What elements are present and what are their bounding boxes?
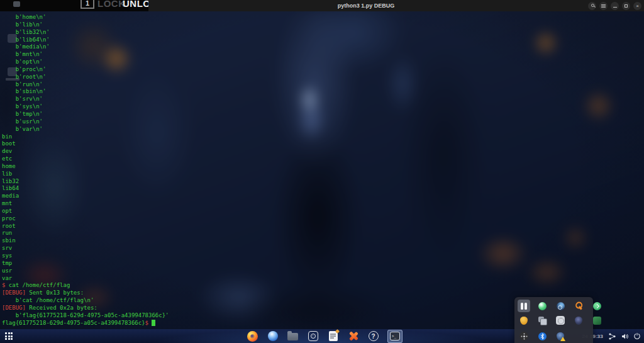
tray-security-shield-icon[interactable]	[554, 330, 567, 342]
firefox-icon	[247, 331, 258, 342]
terminal-line: b'lib64\n'	[2, 37, 169, 44]
restore-icon	[625, 4, 628, 8]
orange-x-icon	[348, 331, 358, 341]
background-window-fragment: 1 LOCK UNLOCK	[0, 0, 148, 11]
terminal-line: proc	[2, 215, 169, 223]
tray-green-orb-app-icon[interactable]	[536, 300, 548, 312]
terminal-icon: >_	[390, 332, 400, 340]
minimize-icon	[613, 7, 617, 8]
terminal-line: b'sys\n'	[2, 103, 169, 111]
terminal-line: media	[2, 193, 169, 200]
terminal-line: home	[2, 163, 169, 171]
terminal-line: b'tmp\n'	[2, 111, 169, 118]
taskbar-web-browser[interactable]	[267, 330, 279, 342]
software-center-icon	[308, 331, 318, 341]
tray-gold-shield-app-icon[interactable]	[518, 314, 530, 327]
close-icon: ×	[636, 3, 639, 9]
terminal-line: lib	[2, 171, 169, 178]
terminal-line: lib64	[2, 185, 169, 193]
tray-key-app-icon[interactable]	[572, 300, 585, 312]
power-icon	[634, 333, 640, 339]
terminal-line: var	[2, 275, 169, 283]
power-tray-button[interactable]	[633, 332, 641, 340]
dark-shield-icon	[575, 317, 582, 325]
hamburger-icon	[601, 4, 606, 8]
green-arrow-icon	[593, 302, 601, 310]
terminal-line: b'lib\n'	[2, 21, 169, 29]
tray-green-arrow-app-icon[interactable]	[591, 300, 603, 312]
terminal-line: tmp	[2, 260, 169, 267]
terminal-line: sys	[2, 252, 169, 260]
taskbar-proxy-app[interactable]	[347, 330, 359, 342]
terminal-line: b'opt\n'	[2, 59, 169, 66]
terminal-line: b'flag{61775218-629d-4975-a05c-a43994783…	[2, 312, 169, 320]
tray-popup-panel	[514, 297, 593, 343]
terminal-output: b'home\n' b'lib\n' b'lib32\n' b'lib64\n'…	[2, 14, 169, 327]
text-editor-icon	[329, 331, 338, 341]
tray-fan-app-icon[interactable]	[518, 330, 530, 342]
terminal-line: b'proc\n'	[2, 66, 169, 74]
tray-dark-shield-app-icon[interactable]	[572, 314, 585, 327]
terminal-line: etc	[2, 155, 169, 163]
search-button[interactable]	[588, 2, 596, 10]
terminal-line: b'mnt\n'	[2, 51, 169, 59]
tray-bluetooth-icon[interactable]	[536, 330, 548, 342]
terminal-line: boot	[2, 140, 169, 148]
clipboard-stack-icon	[538, 317, 546, 324]
fan-icon	[519, 332, 528, 340]
browser-orb-icon	[268, 331, 278, 341]
terminal-line: run	[2, 230, 169, 237]
taskbar-firefox[interactable]	[247, 330, 258, 342]
minimize-button[interactable]	[611, 2, 619, 10]
terminal-line: b'run\n'	[2, 81, 169, 89]
maximize-button[interactable]	[622, 2, 630, 10]
tray-steam-app-icon[interactable]	[554, 300, 567, 312]
tray-clipboard-app-icon[interactable]	[536, 314, 548, 327]
terminal-line: b'usr\n'	[2, 118, 169, 126]
terminal-line: dev	[2, 148, 169, 155]
window-title: python3 1.py DEBUG	[148, 0, 584, 11]
terminal-line: [DEBUG] Sent 0x13 bytes:	[2, 290, 169, 297]
green-box-icon	[593, 317, 601, 325]
terminal-line: b'var\n'	[2, 126, 169, 133]
terminal-line: bin	[2, 133, 169, 141]
tray-green-box-app-icon[interactable]	[591, 314, 603, 327]
tray-pinned-app-icon[interactable]	[518, 300, 530, 312]
terminal-line: b'cat /home/ctf/flag\n'	[2, 297, 169, 305]
terminal-line: usr	[2, 267, 169, 275]
show-apps-button[interactable]	[5, 332, 14, 340]
terminal-line: b'home\n'	[2, 14, 169, 21]
volume-tray-button[interactable]	[621, 332, 628, 340]
network-tray-button[interactable]	[608, 332, 616, 340]
terminal-line: b'lib32\n'	[2, 29, 169, 37]
terminal-line: b'srv\n'	[2, 96, 169, 103]
terminal-titlebar[interactable]: 1 LOCK UNLOCK python3 1.py DEBUG ×	[0, 0, 644, 11]
terminal-line: b'sbin\n'	[2, 88, 169, 96]
terminal-line: mnt	[2, 200, 169, 208]
orange-key-icon	[573, 300, 584, 312]
close-button[interactable]: ×	[633, 2, 641, 10]
lock-button[interactable]: LOCK	[97, 0, 126, 9]
taskbar-text-editor[interactable]	[327, 330, 339, 342]
terminal-line: lib32	[2, 178, 169, 186]
terminal-line: sbin	[2, 237, 169, 245]
unlock-button[interactable]: UNLOCK	[123, 0, 148, 9]
taskbar-help[interactable]: ?	[367, 330, 379, 342]
terminal-line: b'root\n'	[2, 74, 169, 81]
terminal-line: $ cat /home/ctf/flag	[2, 282, 169, 290]
terminal-line: srv	[2, 245, 169, 252]
taskbar-files[interactable]	[287, 330, 299, 342]
steam-icon	[557, 302, 565, 310]
taskbar-app-icons: ? >_	[247, 329, 402, 343]
network-icon	[609, 333, 616, 340]
terminal-line: [DEBUG] Received 0x2a bytes:	[2, 305, 169, 312]
shield-warning-icon	[557, 332, 564, 340]
desktop-screen: b'home\n' b'lib\n' b'lib32\n' b'lib64\n'…	[0, 0, 644, 343]
taskbar-software-center[interactable]	[307, 330, 319, 342]
taskbar-terminal-active[interactable]: >_	[387, 330, 402, 343]
menu-button[interactable]	[599, 2, 608, 10]
tray-knot-app-icon[interactable]	[554, 314, 567, 327]
terminal-window[interactable]: b'home\n' b'lib\n' b'lib32\n' b'lib64\n'…	[0, 11, 644, 329]
green-orb-icon	[538, 302, 547, 310]
volume-icon	[621, 333, 628, 340]
